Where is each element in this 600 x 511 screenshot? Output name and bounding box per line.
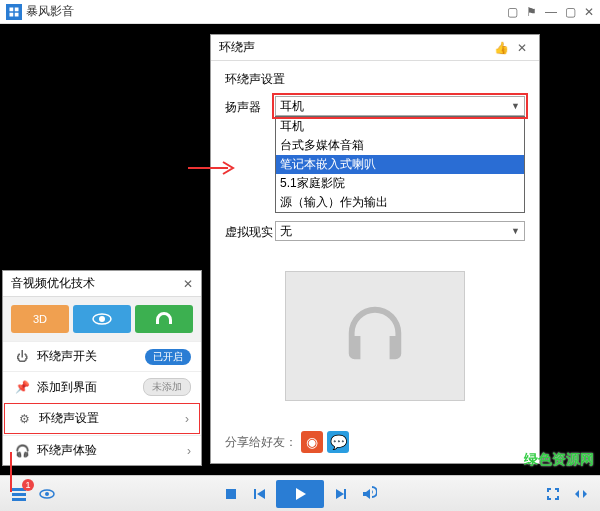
panel-tabs: 3D <box>3 297 201 341</box>
dialog-close-button[interactable]: ✕ <box>513 41 531 55</box>
list-button[interactable] <box>8 483 30 505</box>
prev-button[interactable] <box>248 483 270 505</box>
av-optimize-panel: 音视频优化技术 ✕ 3D ⏻ 环绕声开关 已开启 📌 添加到界面 未添加 ⚙ 环… <box>2 270 202 466</box>
headphone-icon: 🎧 <box>13 444 31 458</box>
speaker-combobox[interactable]: 耳机 ▼ <box>275 96 525 116</box>
chevron-down-icon: ▼ <box>511 226 520 236</box>
vr-value: 无 <box>280 223 292 240</box>
next-button[interactable] <box>330 483 352 505</box>
preview-area <box>285 271 465 401</box>
exp-label: 环绕声体验 <box>37 442 181 459</box>
chevron-right-icon: › <box>185 412 189 426</box>
close-button[interactable]: ✕ <box>584 5 594 19</box>
power-icon: ⏻ <box>13 350 31 364</box>
svg-rect-3 <box>15 12 19 16</box>
vr-label: 虚拟现实 <box>225 221 275 241</box>
headphone-preview-icon <box>340 301 410 371</box>
section-title: 环绕声设置 <box>225 71 525 88</box>
tab-eye[interactable] <box>73 305 131 333</box>
option-2[interactable]: 笔记本嵌入式喇叭 <box>276 155 524 174</box>
panel-title: 音视频优化技术 <box>11 275 95 292</box>
panel-header: 音视频优化技术 ✕ <box>3 271 201 297</box>
surround-dialog: 环绕声 👍 ✕ 环绕声设置 扬声器 耳机 ▼ 耳机 台式多媒体音箱 笔记本嵌入式… <box>210 34 540 464</box>
stop-button[interactable] <box>220 483 242 505</box>
chat-icon[interactable]: ▢ <box>507 5 518 19</box>
expand-button[interactable] <box>570 483 592 505</box>
volume-icon[interactable] <box>358 483 380 505</box>
speaker-dropdown: 耳机 台式多媒体音箱 笔记本嵌入式喇叭 5.1家庭影院 源（输入）作为输出 <box>275 116 525 213</box>
thumbs-up-icon[interactable]: 👍 <box>490 41 513 55</box>
app-logo-icon <box>6 4 22 20</box>
eye-icon[interactable] <box>36 483 58 505</box>
chevron-down-icon: ▼ <box>511 101 520 111</box>
minimize-button[interactable]: — <box>545 5 557 19</box>
speaker-value: 耳机 <box>280 98 304 115</box>
share-row: 分享给好友： ◉ 💬 <box>225 431 349 453</box>
svg-point-8 <box>45 492 49 496</box>
svg-rect-2 <box>10 12 14 16</box>
row-surround-settings[interactable]: ⚙ 环绕声设置 › <box>4 403 200 434</box>
window-controls: ▢ ⚑ — ▢ ✕ <box>507 5 594 19</box>
row-surround-experience[interactable]: 🎧 环绕声体验 › <box>3 435 201 465</box>
svg-rect-4 <box>12 488 26 491</box>
field-vr: 虚拟现实 无 ▼ <box>225 221 525 241</box>
panel-close-button[interactable]: ✕ <box>183 277 193 291</box>
switch-toggle[interactable]: 已开启 <box>145 349 191 365</box>
svg-rect-6 <box>12 498 26 501</box>
maximize-button[interactable]: ▢ <box>565 5 576 19</box>
add-label: 添加到界面 <box>37 379 137 396</box>
option-0[interactable]: 耳机 <box>276 117 524 136</box>
speaker-label: 扬声器 <box>225 96 275 116</box>
gear-icon: ⚙ <box>15 412 33 426</box>
playbar <box>0 475 600 511</box>
row-surround-switch: ⏻ 环绕声开关 已开启 <box>3 341 201 371</box>
share-qq-icon[interactable]: 💬 <box>327 431 349 453</box>
pin-icon: 📌 <box>13 380 31 394</box>
switch-label: 环绕声开关 <box>37 348 139 365</box>
fullscreen-button[interactable] <box>542 483 564 505</box>
add-toggle[interactable]: 未添加 <box>143 378 191 396</box>
chevron-right-icon: › <box>187 444 191 458</box>
play-button[interactable] <box>276 480 324 508</box>
flag-icon[interactable]: ⚑ <box>526 5 537 19</box>
option-4[interactable]: 源（输入）作为输出 <box>276 193 524 212</box>
titlebar: 暴风影音 ▢ ⚑ — ▢ ✕ <box>0 0 600 24</box>
row-add-ui: 📌 添加到界面 未添加 <box>3 371 201 402</box>
field-speaker: 扬声器 耳机 ▼ 耳机 台式多媒体音箱 笔记本嵌入式喇叭 5.1家庭影院 源（输… <box>225 96 525 213</box>
option-1[interactable]: 台式多媒体音箱 <box>276 136 524 155</box>
svg-rect-1 <box>15 7 19 11</box>
svg-rect-0 <box>10 7 14 11</box>
svg-point-11 <box>99 316 105 322</box>
svg-rect-9 <box>226 489 236 499</box>
share-label: 分享给好友： <box>225 434 297 451</box>
app-name: 暴风影音 <box>26 3 74 20</box>
vr-combobox[interactable]: 无 ▼ <box>275 221 525 241</box>
svg-rect-5 <box>12 493 26 496</box>
settings-label: 环绕声设置 <box>39 410 179 427</box>
dialog-title: 环绕声 <box>219 39 255 56</box>
dialog-header: 环绕声 👍 ✕ <box>211 35 539 61</box>
tab-surround[interactable] <box>135 305 193 333</box>
tab-3d[interactable]: 3D <box>11 305 69 333</box>
share-weibo-icon[interactable]: ◉ <box>301 431 323 453</box>
option-3[interactable]: 5.1家庭影院 <box>276 174 524 193</box>
